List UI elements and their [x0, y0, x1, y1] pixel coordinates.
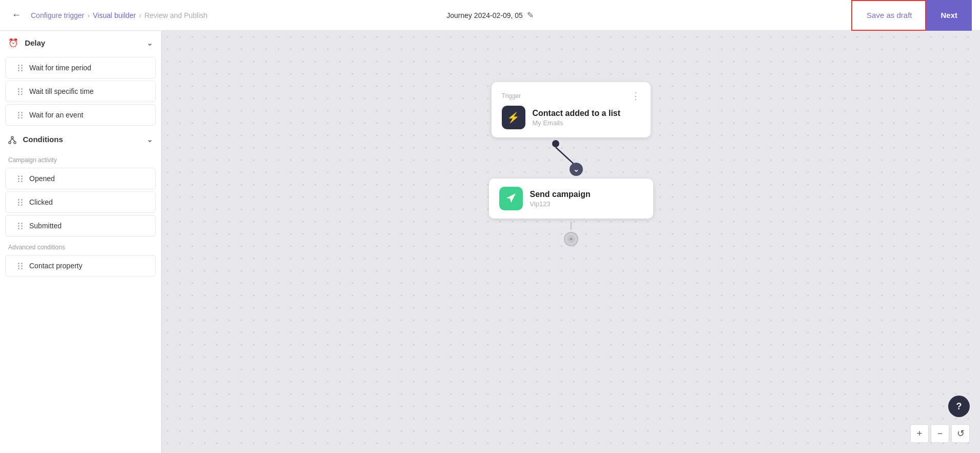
header: ← Configure trigger › Visual builder › R…	[0, 0, 980, 31]
send-campaign-node[interactable]: Send campaign Vip123	[489, 179, 653, 219]
breadcrumb-review: Review and Publish	[144, 11, 207, 19]
sidebar-item-contact-property[interactable]: Contact property	[5, 255, 156, 277]
breadcrumb-sep-1: ›	[87, 11, 90, 19]
drag-handle-wait-time-period	[18, 65, 23, 71]
connector-svg: ⌄	[540, 137, 602, 179]
svg-point-2	[14, 142, 16, 144]
zoom-out-button[interactable]: −	[931, 424, 949, 443]
conditions-icon	[8, 135, 18, 144]
add-node-button[interactable]	[564, 232, 578, 246]
canvas-controls: + − ↺	[910, 424, 970, 443]
svg-point-5	[552, 140, 559, 147]
send-campaign-icon	[499, 187, 523, 210]
breadcrumb: Configure trigger › Visual builder › Rev…	[31, 11, 207, 19]
flow-canvas: Trigger ⋮ ⚡ Contact added to a list My E…	[162, 31, 980, 453]
connector-area: ⌄	[489, 137, 653, 179]
add-connector-line	[571, 222, 572, 230]
drag-handle-wait-specific-time	[18, 88, 23, 95]
svg-line-6	[556, 147, 576, 166]
sidebar: ⏰ Delay ⌄ Wait for time period Wait till…	[0, 31, 162, 453]
main-layout: ⏰ Delay ⌄ Wait for time period Wait till…	[0, 31, 980, 453]
conditions-chevron-icon: ⌄	[147, 135, 153, 144]
send-campaign-title: Send campaign	[530, 190, 591, 199]
delay-items: Wait for time period Wait till specific …	[0, 57, 161, 126]
reset-zoom-button[interactable]: ↺	[951, 424, 970, 443]
trigger-icon: ⚡	[502, 106, 525, 129]
back-button[interactable]: ←	[8, 7, 25, 24]
trigger-node-label: Trigger	[502, 92, 521, 100]
sidebar-item-wait-specific-time[interactable]: Wait till specific time	[5, 81, 156, 102]
submitted-label: Submitted	[29, 222, 62, 230]
drag-handle-clicked	[18, 199, 23, 206]
drag-handle-wait-event	[18, 112, 23, 119]
drag-handle-opened	[18, 175, 23, 182]
svg-line-3	[10, 139, 12, 142]
sidebar-item-clicked[interactable]: Clicked	[5, 191, 156, 213]
sidebar-item-submitted[interactable]: Submitted	[5, 215, 156, 237]
breadcrumb-sep-2: ›	[139, 11, 142, 19]
journey-title-area: Journey 2024-02-09, 05 ✎	[446, 10, 534, 20]
send-campaign-subtitle: Vip123	[530, 200, 591, 208]
add-node-area	[564, 222, 578, 246]
svg-text:⌄: ⌄	[573, 165, 579, 173]
sidebar-item-wait-event[interactable]: Wait for an event	[5, 104, 156, 126]
delay-icon: ⏰	[8, 38, 18, 47]
breadcrumb-configure[interactable]: Configure trigger	[31, 11, 84, 19]
clicked-label: Clicked	[29, 198, 53, 206]
trigger-node-title: Contact added to a list	[533, 109, 621, 118]
header-actions: Save as draft Next	[851, 0, 972, 31]
contact-property-label: Contact property	[29, 262, 83, 270]
sidebar-item-opened[interactable]: Opened	[5, 168, 156, 189]
trigger-node-menu-icon[interactable]: ⋮	[631, 90, 640, 102]
trigger-node-info: Contact added to a list My Emails	[533, 109, 621, 127]
advanced-conditions-category: Advanced conditions	[0, 239, 161, 253]
delay-label: Delay	[25, 38, 45, 47]
conditions-section-header[interactable]: Conditions ⌄	[0, 128, 161, 151]
help-button[interactable]: ?	[948, 396, 970, 417]
breadcrumb-visual-builder[interactable]: Visual builder	[93, 11, 136, 19]
edit-journey-name-icon[interactable]: ✎	[527, 10, 534, 20]
save-draft-button[interactable]: Save as draft	[851, 0, 926, 31]
wait-time-period-label: Wait for time period	[29, 64, 91, 72]
next-button[interactable]: Next	[926, 0, 972, 31]
svg-line-4	[12, 139, 15, 142]
conditions-items: Campaign activity Opened Clicked Submitt…	[0, 151, 161, 277]
journey-name: Journey 2024-02-09, 05	[446, 11, 523, 19]
wait-event-label: Wait for an event	[29, 111, 83, 119]
conditions-label: Conditions	[23, 135, 63, 144]
send-campaign-info: Send campaign Vip123	[530, 190, 591, 208]
sidebar-item-wait-time-period[interactable]: Wait for time period	[5, 57, 156, 78]
wait-specific-time-label: Wait till specific time	[29, 87, 94, 95]
trigger-node-subtitle: My Emails	[533, 119, 621, 127]
delay-chevron-icon: ⌄	[147, 39, 153, 47]
drag-handle-submitted	[18, 223, 23, 229]
opened-label: Opened	[29, 174, 55, 183]
svg-point-0	[11, 136, 13, 139]
zoom-in-button[interactable]: +	[910, 424, 929, 443]
trigger-node[interactable]: Trigger ⋮ ⚡ Contact added to a list My E…	[492, 82, 651, 137]
campaign-activity-category: Campaign activity	[0, 151, 161, 166]
delay-section-header[interactable]: ⏰ Delay ⌄	[0, 31, 161, 55]
drag-handle-contact-property	[18, 263, 23, 269]
flow-container: Trigger ⋮ ⚡ Contact added to a list My E…	[489, 82, 653, 246]
svg-point-1	[9, 142, 11, 144]
